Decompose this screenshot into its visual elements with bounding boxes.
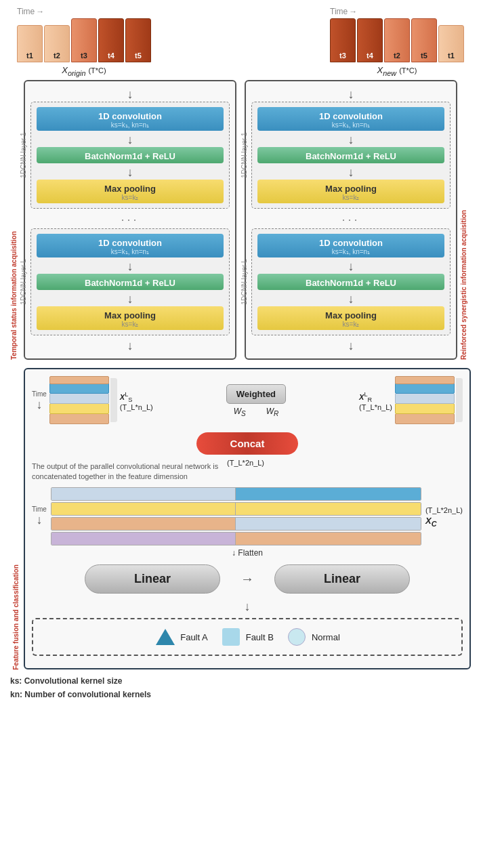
xc-time-label: Time — [32, 505, 47, 513]
left-layerL-label: 1DCNN layer L — [20, 259, 27, 304]
normal-label: Normal — [312, 632, 340, 642]
footnotes: ks: Convolutional kernel size kn: Number… — [10, 675, 471, 701]
linear2-arrow-down: ↓ — [32, 600, 463, 613]
x-new-label: Xnew — [377, 65, 397, 77]
xc-row4 — [51, 532, 421, 545]
right-convL: 1D convolution ks=k₁, kn=n₁ — [257, 234, 444, 257]
xc-sublabel-right: (T_L*2n_L) — [425, 506, 463, 514]
left-conv1-arrow: ↓ — [37, 133, 224, 146]
left-cnn-arrow-bottom: ↓ — [30, 339, 230, 352]
left-outer-label: Temporal status information acquisition — [10, 80, 21, 360]
legend-fault-a: Fault A — [154, 626, 207, 648]
xr-tensor-group: XLR (T_L*n_L) — [359, 376, 463, 427]
xc-r4-right — [236, 533, 421, 545]
left-convL: 1D convolution ks=k₁, kn=n₁ — [37, 234, 224, 257]
left-layer1-label: 1DCNN layer 1 — [20, 132, 27, 178]
xr-right-face — [456, 378, 463, 422]
xr-labels: XLR (T_L*n_L) — [359, 391, 392, 411]
left-layer1-box: 1D convolution ks=k₁, kn=n₁ ↓ BatchNorm1… — [30, 102, 230, 209]
right-cnn-layer1-container: 1DCNN layer 1 1D convolution ks=k₁, kn=n… — [251, 102, 451, 209]
top-tapes-section: Time t1 t2 t3 t4 t5 Xorigin (T*C) Time t… — [10, 7, 471, 77]
left-norm1-arrow: ↓ — [37, 166, 224, 178]
right-tape-blocks: t3 t4 t2 t5 t1 — [330, 18, 464, 62]
x-origin-label: Xorigin — [62, 65, 85, 77]
xc-row2 — [51, 502, 421, 516]
xr-layer5 — [395, 376, 455, 384]
concat-box: Concat — [196, 432, 299, 455]
fusion-section: Time ↓ XLS (T_L*n_ — [24, 368, 471, 670]
left-conv1: 1D convolution ks=k₁, kn=n₁ — [37, 107, 224, 131]
footnote-kn: kn: Number of convolutional kernels — [10, 688, 471, 701]
tape-block-t4: t4 — [98, 18, 124, 62]
wr-label: WR — [266, 407, 279, 417]
xc-time-axis: Time ↓ — [32, 505, 47, 527]
xc-tensor — [51, 487, 421, 545]
fault-a-icon — [154, 626, 176, 648]
xs-tensor — [49, 376, 117, 427]
footnote-kn-text: Number of convolutional kernels — [24, 690, 151, 699]
xc-r3-left — [51, 518, 236, 530]
right-layer1-label: 1DCNN layer 1 — [240, 132, 248, 178]
time-arrow-left: Time — [17, 7, 44, 16]
footnote-kn-bold: kn: — [10, 690, 22, 699]
main-container: Time t1 t2 t3 t4 t5 Xorigin (T*C) Time t… — [0, 0, 481, 708]
right-outer-label: Reinforced synergistic information acqui… — [460, 80, 471, 360]
left-tape-blocks: t1 t2 t3 t4 t5 — [17, 18, 151, 62]
left-cnn-wrapper: Temporal status information acquisition … — [10, 80, 236, 360]
xc-r1-right — [236, 488, 421, 500]
right-cnn-arrow-top: ↓ — [251, 88, 451, 100]
xc-r1-left — [51, 488, 236, 500]
right-layerL-box: 1D convolution ks=k₁, kn=n₁ ↓ BatchNorm1… — [251, 228, 451, 335]
tape-block-t3: t3 — [71, 18, 97, 62]
xr-layer1 — [395, 413, 455, 424]
x-origin-sublabel: (T*C) — [88, 66, 106, 75]
right-cnn-wrapper: ↓ 1DCNN layer 1 1D convolution ks=k₁, kn… — [245, 80, 471, 360]
fault-b-label: Fault B — [246, 632, 274, 642]
caption-text: The output of the parallel convolutional… — [32, 461, 222, 482]
right-norm1: BatchNorm1d + ReLU — [257, 147, 444, 163]
xs-layer2 — [49, 403, 109, 414]
footnote-ks-text: Convolutional kernel size — [24, 676, 123, 686]
right-tape-block-t5: t5 — [411, 18, 437, 62]
w-labels: WS WR — [234, 407, 279, 417]
xs-right-face — [110, 378, 117, 422]
right-normL: BatchNorm1d + ReLU — [257, 274, 444, 290]
xc-right-labels: (T_L*2n_L) XC — [425, 506, 463, 528]
left-tape-group: Time t1 t2 t3 t4 t5 Xorigin (T*C) — [17, 7, 151, 77]
footnote-ks-bold: ks: — [10, 676, 22, 686]
right-conv1: 1D convolution ks=k₁, kn=n₁ — [257, 107, 444, 131]
xr-layer3 — [395, 393, 455, 404]
left-norm1: BatchNorm1d + ReLU — [37, 147, 224, 163]
right-cnn-arrow-bottom: ↓ — [251, 339, 451, 352]
xs-layer3 — [49, 393, 109, 404]
left-cnn-arrow-top: ↓ — [30, 88, 230, 100]
xs-time-arrow: ↓ — [36, 398, 42, 412]
caption-tensor-row: The output of the parallel convolutional… — [32, 459, 463, 485]
left-normL: BatchNorm1d + ReLU — [37, 274, 224, 290]
left-normL-arrow: ↓ — [37, 293, 224, 305]
legend-normal: Normal — [286, 626, 340, 648]
weighted-block-group: Weighted WS WR — [226, 384, 286, 417]
left-convL-arrow: ↓ — [37, 260, 224, 272]
left-dots: ··· — [30, 213, 230, 227]
left-layerL-box: 1D convolution ks=k₁, kn=n₁ ↓ BatchNorm1… — [30, 228, 230, 335]
left-cnn-layer1-container: 1DCNN layer 1 1D convolution ks=k₁, kn=n… — [30, 102, 230, 209]
flatten-label: ↓ Flatten — [232, 548, 263, 558]
right-normL-arrow: ↓ — [257, 293, 444, 305]
square-shape — [222, 628, 240, 646]
xs-labels: XLS (T_L*n_L) — [120, 391, 153, 411]
linear-row: Linear → Linear — [32, 564, 463, 594]
xc-r2-left — [51, 503, 236, 515]
xc-r2-right — [236, 503, 421, 515]
x-new-sublabel: (T*C) — [399, 66, 417, 75]
tensors-weighted-row: Time ↓ XLS (T_L*n_ — [32, 376, 463, 427]
right-cnn-section: ↓ 1DCNN layer 1 1D convolution ks=k₁, kn… — [245, 80, 457, 360]
time-arrow-right: Time — [330, 7, 357, 16]
right-tape-block-t3: t3 — [330, 18, 356, 62]
ws-label: WS — [234, 407, 246, 417]
fault-a-label: Fault A — [180, 632, 207, 642]
fusion-wrapper: Feature fusion and classification Time ↓ — [10, 364, 471, 670]
tape-block-t5: t5 — [125, 18, 151, 62]
xc-r3-right — [236, 518, 421, 530]
triangle-shape — [156, 629, 175, 645]
